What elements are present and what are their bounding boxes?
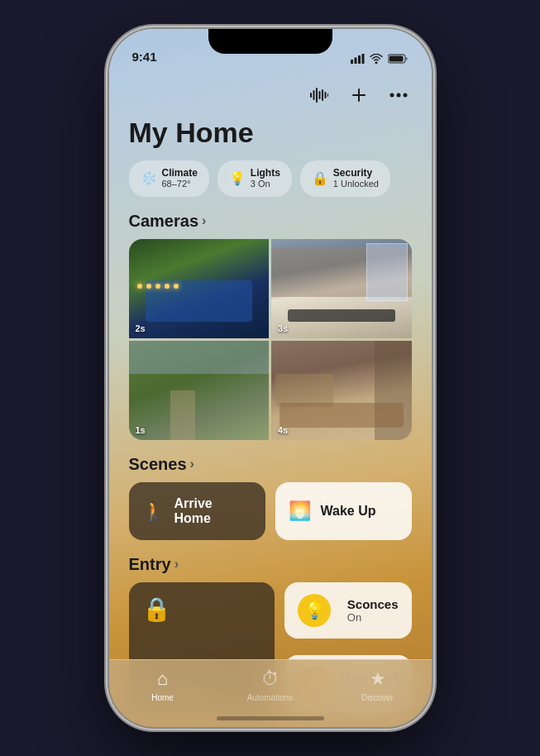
svg-rect-5	[389, 56, 403, 62]
ellipsis-icon	[389, 93, 408, 98]
waveform-button[interactable]	[306, 82, 332, 108]
security-value: 1 Unlocked	[333, 179, 379, 189]
tab-discover[interactable]: ★ Discover	[324, 668, 432, 702]
sconces-icon-circle: 💡	[298, 594, 331, 627]
light-dot-1	[137, 284, 142, 289]
gym-window	[366, 243, 408, 301]
climate-value: 68–72°	[162, 179, 198, 189]
svg-rect-6	[310, 93, 312, 98]
cameras-chevron: ›	[202, 213, 206, 228]
wifi-icon	[370, 54, 383, 64]
scenes-section-header[interactable]: Scenes ›	[109, 455, 432, 482]
tab-automations[interactable]: ⏱ Automations	[217, 668, 324, 702]
sconces-card[interactable]: 💡 Sconces On	[284, 582, 411, 639]
climate-label: Climate	[162, 167, 198, 179]
category-pills: ❄️ Climate 68–72° 💡 Lights 3 On 🔒	[109, 160, 432, 212]
cam4-timestamp: 4s	[278, 425, 288, 435]
svg-rect-3	[361, 54, 364, 64]
climate-text: Climate 68–72°	[162, 167, 198, 190]
svg-rect-9	[318, 91, 320, 99]
front-door-icon: 🔒	[142, 596, 262, 623]
svg-point-15	[389, 93, 394, 98]
add-button[interactable]	[346, 82, 372, 108]
wake-up-label: Wake Up	[321, 504, 376, 519]
sconces-label: Sconces	[347, 597, 399, 611]
signal-icon	[351, 54, 365, 64]
discover-tab-label: Discover	[361, 693, 394, 702]
svg-rect-1	[354, 58, 356, 65]
lights-pill[interactable]: 💡 Lights 3 On	[217, 160, 292, 197]
status-icons	[351, 54, 409, 64]
light-dot-2	[146, 284, 151, 289]
light-dot-4	[165, 284, 170, 289]
security-icon: 🔒	[312, 170, 328, 186]
more-button[interactable]	[385, 82, 412, 108]
security-text: Security 1 Unlocked	[333, 167, 379, 190]
svg-rect-0	[351, 60, 353, 64]
lights-value: 3 On	[251, 179, 280, 189]
camera-pool[interactable]: 2s	[129, 239, 270, 338]
climate-icon: ❄️	[141, 170, 157, 186]
light-dot-5	[174, 284, 179, 289]
waveform-icon	[310, 88, 328, 103]
outdoor-path	[170, 390, 195, 440]
svg-rect-14	[352, 94, 366, 96]
sconces-icon: 💡	[304, 600, 325, 620]
security-label: Security	[333, 167, 379, 179]
sconces-value: On	[347, 611, 399, 624]
notch	[208, 29, 332, 54]
gym-mat	[288, 309, 395, 322]
svg-rect-12	[327, 93, 328, 97]
cam2-timestamp: 3s	[278, 323, 288, 333]
sconces-text: Sconces On	[347, 597, 399, 624]
wake-up-icon: 🌅	[289, 500, 311, 522]
camera-grid: 2s 3s 1s	[129, 239, 412, 440]
page-title: My Home	[109, 117, 432, 160]
camera-outdoor[interactable]: 1s	[129, 341, 270, 440]
scenes-label: Scenes	[129, 455, 187, 474]
living-room-couch	[275, 374, 333, 407]
svg-rect-8	[316, 88, 318, 103]
svg-point-16	[396, 93, 400, 98]
living-room-table	[280, 403, 404, 428]
entry-chevron: ›	[174, 557, 179, 572]
security-pill[interactable]: 🔒 Security 1 Unlocked	[300, 160, 390, 197]
lights-label: Lights	[251, 167, 280, 179]
camera-gym[interactable]: 3s	[271, 239, 412, 338]
entry-label: Entry	[129, 555, 171, 574]
status-time: 9:41	[132, 50, 157, 64]
camera-living-room[interactable]: 4s	[271, 341, 412, 440]
arrive-home-label: Arrive Home	[174, 496, 252, 526]
automations-tab-icon: ⏱	[261, 668, 280, 690]
svg-rect-10	[322, 89, 323, 101]
discover-tab-icon: ★	[370, 668, 386, 690]
lights-icon: 💡	[229, 170, 246, 186]
svg-point-17	[403, 93, 407, 98]
svg-rect-7	[313, 90, 314, 100]
battery-icon	[388, 54, 409, 64]
climate-pill[interactable]: ❄️ Climate 68–72°	[129, 160, 209, 197]
svg-rect-11	[324, 92, 326, 98]
header-actions	[109, 70, 432, 117]
svg-rect-2	[358, 55, 361, 64]
automations-tab-label: Automations	[247, 693, 294, 702]
light-dot-3	[155, 284, 160, 289]
scenes-row: 🚶 Arrive Home 🌅 Wake Up	[109, 482, 432, 555]
tab-home[interactable]: ⌂ Home	[109, 668, 217, 702]
arrive-home-card[interactable]: 🚶 Arrive Home	[129, 482, 265, 540]
home-tab-label: Home	[151, 693, 174, 702]
home-tab-icon: ⌂	[157, 668, 168, 690]
pool-lights	[137, 284, 261, 289]
cameras-section-header[interactable]: Cameras ›	[109, 212, 432, 239]
lights-text: Lights 3 On	[251, 167, 280, 190]
main-content: My Home ❄️ Climate 68–72° 💡 Lights 3 On	[109, 70, 432, 727]
cam1-timestamp: 2s	[136, 323, 146, 333]
entry-section-header[interactable]: Entry ›	[129, 555, 412, 582]
wake-up-card[interactable]: 🌅 Wake Up	[275, 482, 412, 540]
arrive-home-icon: 🚶	[142, 500, 165, 522]
home-indicator	[217, 716, 324, 720]
cam3-timestamp: 1s	[136, 425, 146, 435]
plus-icon	[351, 87, 367, 103]
outdoor-sky	[129, 341, 270, 374]
cameras-label: Cameras	[129, 212, 199, 231]
